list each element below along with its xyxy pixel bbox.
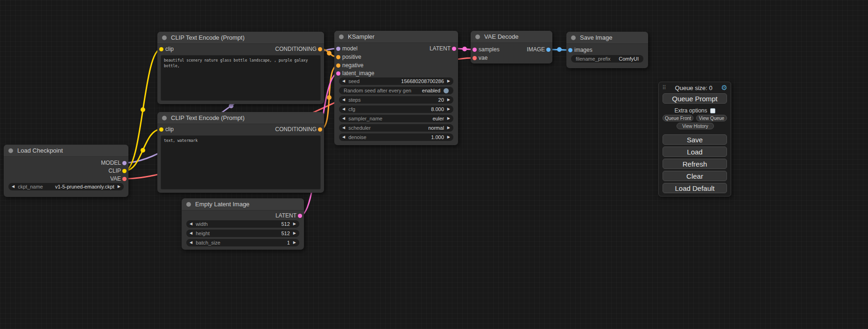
conditioning-output-dot[interactable] — [318, 47, 322, 51]
widget-label: batch_size — [196, 240, 220, 245]
random-seed-toggle-widget[interactable]: Random seed after every gen enabled — [339, 87, 453, 94]
clip-input-dot[interactable] — [159, 47, 163, 51]
node-title-bar[interactable]: VAE Decode — [471, 31, 552, 43]
images-input-dot[interactable] — [568, 48, 572, 52]
vae-input-dot[interactable] — [473, 56, 477, 60]
steps-widget[interactable]: ◀ steps 20 ▶ — [339, 96, 453, 104]
extra-options-label: Extra options — [674, 107, 707, 114]
node-title-bar[interactable]: Save Image — [566, 32, 648, 44]
collapse-dot[interactable] — [475, 35, 480, 39]
node-title-bar[interactable]: CLIP Text Encode (Prompt) — [157, 32, 324, 44]
extra-options-checkbox[interactable] — [710, 108, 715, 113]
batch-size-widget[interactable]: ◀ batch_size 1 ▶ — [186, 239, 299, 246]
stepper-right-icon[interactable]: ▶ — [447, 115, 450, 122]
stepper-left-icon[interactable]: ◀ — [342, 115, 345, 122]
collapse-dot[interactable] — [339, 35, 344, 39]
collapse-dot[interactable] — [8, 148, 13, 153]
latent-image-input-dot[interactable] — [336, 71, 340, 76]
clip-input-dot[interactable] — [159, 127, 163, 132]
clip-output-dot[interactable] — [122, 169, 127, 173]
node-title-bar[interactable]: KSampler — [334, 31, 458, 43]
stepper-right-icon[interactable]: ▶ — [293, 230, 296, 237]
prompt-textarea[interactable]: text, watermark — [161, 135, 321, 189]
stepper-left-icon[interactable]: ◀ — [190, 230, 192, 237]
seed-widget[interactable]: ◀ seed 156680208700286 ▶ — [339, 77, 453, 85]
view-queue-button[interactable]: View Queue — [696, 115, 727, 121]
stepper-right-icon[interactable]: ▶ — [118, 183, 120, 190]
prompt-textarea[interactable]: beautiful scenery nature glass bottle la… — [161, 55, 321, 101]
filename-prefix-widget[interactable]: filename_prefix ComfyUI — [571, 55, 643, 63]
wire-clip-positive — [125, 49, 161, 171]
node-title-bar[interactable]: Load Checkpoint — [4, 145, 128, 157]
node-empty-latent-image[interactable]: Empty Latent Image LATENT ◀ width 512 ▶ … — [182, 198, 304, 250]
node-save-image[interactable]: Save Image images filename_prefix ComfyU… — [566, 32, 648, 68]
stepper-right-icon[interactable]: ▶ — [447, 77, 450, 85]
collapse-dot[interactable] — [162, 116, 167, 120]
width-widget[interactable]: ◀ width 512 ▶ — [186, 220, 299, 228]
collapse-dot[interactable] — [186, 202, 191, 207]
sampler-name-widget[interactable]: ◀ sampler_name euler ▶ — [339, 115, 453, 122]
node-load-checkpoint[interactable]: Load Checkpoint MODEL CLIP VAE ◀ ckpt_na… — [4, 145, 128, 197]
clear-button[interactable]: Clear — [663, 171, 727, 181]
widget-value: 512 — [281, 231, 289, 236]
widget-value: v1-5-pruned-emaonly.ckpt — [55, 184, 114, 189]
samples-input-dot[interactable] — [473, 48, 477, 52]
drag-handle-icon[interactable]: ⠿ — [662, 84, 666, 91]
stepper-left-icon[interactable]: ◀ — [342, 77, 345, 85]
refresh-button[interactable]: Refresh — [663, 159, 727, 169]
stepper-left-icon[interactable]: ◀ — [342, 105, 345, 113]
stepper-left-icon[interactable]: ◀ — [342, 96, 345, 104]
save-button[interactable]: Save — [663, 134, 727, 145]
node-clip-text-encode-positive[interactable]: CLIP Text Encode (Prompt) clip CONDITION… — [157, 32, 324, 104]
queue-panel-header: ⠿ Queue size: 0 ⚙ — [662, 84, 727, 92]
toggle-knob[interactable] — [444, 88, 449, 93]
node-clip-text-encode-negative[interactable]: CLIP Text Encode (Prompt) clip CONDITION… — [157, 112, 324, 193]
node-title-bar[interactable]: CLIP Text Encode (Prompt) — [157, 112, 324, 124]
settings-gear-icon[interactable]: ⚙ — [721, 84, 727, 92]
view-history-button[interactable]: View History — [677, 123, 714, 129]
height-widget[interactable]: ◀ height 512 ▶ — [186, 230, 299, 237]
node-graph-canvas[interactable]: Load Checkpoint MODEL CLIP VAE ◀ ckpt_na… — [0, 0, 868, 329]
vae-output-dot[interactable] — [122, 177, 127, 181]
stepper-left-icon[interactable]: ◀ — [190, 239, 192, 246]
node-title: Load Checkpoint — [17, 147, 63, 154]
stepper-right-icon[interactable]: ▶ — [447, 105, 450, 113]
denoise-widget[interactable]: ◀ denoise 1.000 ▶ — [339, 133, 453, 141]
node-title: VAE Decode — [484, 33, 518, 40]
collapse-dot[interactable] — [571, 35, 576, 40]
latent-output-dot[interactable] — [298, 214, 302, 218]
stepper-right-icon[interactable]: ▶ — [293, 239, 296, 246]
queue-size-label: Queue size: 0 — [666, 84, 721, 91]
clip-output-label: CLIP — [108, 167, 121, 175]
node-title-bar[interactable]: Empty Latent Image — [182, 198, 304, 210]
image-output-dot[interactable] — [546, 48, 550, 52]
stepper-right-icon[interactable]: ▶ — [293, 220, 296, 228]
stepper-left-icon[interactable]: ◀ — [342, 133, 345, 141]
load-button[interactable]: Load — [663, 147, 727, 157]
node-ksampler[interactable]: KSampler model LATENT positive negative … — [334, 31, 458, 145]
queue-prompt-button[interactable]: Queue Prompt — [663, 93, 727, 104]
cfg-widget[interactable]: ◀ cfg 8.000 ▶ — [339, 105, 453, 113]
node-vae-decode[interactable]: VAE Decode samples IMAGE vae — [471, 31, 552, 63]
queue-front-button[interactable]: Queue Front — [663, 115, 693, 121]
stepper-right-icon[interactable]: ▶ — [447, 133, 450, 141]
negative-input-dot[interactable] — [336, 63, 340, 68]
image-output-label: IMAGE — [527, 45, 545, 54]
stepper-left-icon[interactable]: ◀ — [190, 220, 192, 228]
stepper-right-icon[interactable]: ▶ — [447, 124, 450, 132]
widget-label: filename_prefix — [576, 56, 611, 62]
collapse-dot[interactable] — [162, 35, 167, 40]
model-output-dot[interactable] — [122, 161, 127, 165]
latent-output-dot[interactable] — [452, 47, 456, 51]
conditioning-output-dot[interactable] — [318, 127, 322, 132]
stepper-right-icon[interactable]: ▶ — [447, 96, 450, 104]
ckpt-name-widget[interactable]: ◀ ckpt_name v1-5-pruned-emaonly.ckpt ▶ — [8, 183, 124, 190]
load-default-button[interactable]: Load Default — [663, 183, 727, 193]
node-title: Empty Latent Image — [195, 201, 249, 208]
stepper-left-icon[interactable]: ◀ — [342, 124, 345, 132]
stepper-left-icon[interactable]: ◀ — [12, 183, 14, 190]
widget-value: 1 — [287, 240, 290, 245]
positive-input-dot[interactable] — [336, 55, 340, 59]
scheduler-widget[interactable]: ◀ scheduler normal ▶ — [339, 124, 453, 132]
model-input-dot[interactable] — [336, 47, 340, 51]
